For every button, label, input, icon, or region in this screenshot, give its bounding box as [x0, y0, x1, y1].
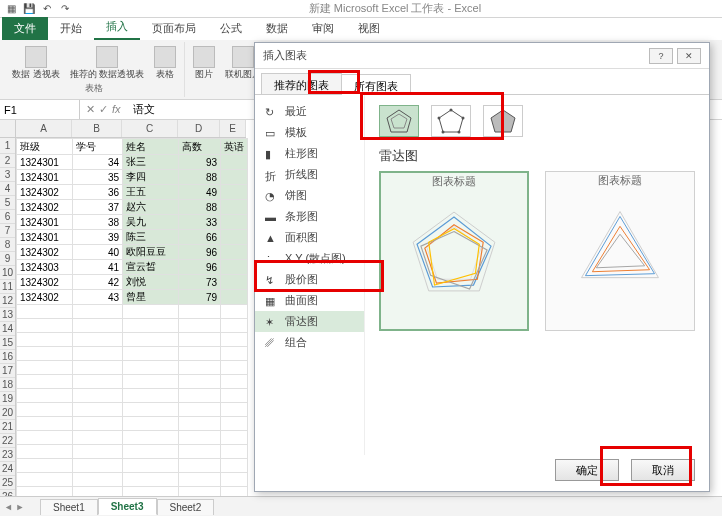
- cell[interactable]: 39: [73, 230, 123, 245]
- cell[interactable]: [123, 361, 179, 375]
- table-row[interactable]: [17, 319, 248, 333]
- cell[interactable]: [123, 333, 179, 347]
- chart-preview-2[interactable]: 图表标题: [545, 171, 695, 331]
- cell[interactable]: [221, 375, 248, 389]
- cell[interactable]: [123, 445, 179, 459]
- cell[interactable]: [221, 417, 248, 431]
- cell[interactable]: [221, 319, 248, 333]
- sheet-tab[interactable]: Sheet1: [40, 499, 98, 515]
- cell[interactable]: [221, 290, 248, 305]
- table-row[interactable]: 132430243曾星79: [17, 290, 248, 305]
- cell[interactable]: [73, 403, 123, 417]
- table-row[interactable]: 132430138吴九33: [17, 215, 248, 230]
- cell[interactable]: [73, 361, 123, 375]
- ok-button[interactable]: 确定: [555, 459, 619, 481]
- cell[interactable]: [17, 319, 73, 333]
- cell[interactable]: [17, 417, 73, 431]
- file-tab[interactable]: 文件: [2, 17, 48, 40]
- cell[interactable]: 英语: [221, 139, 248, 155]
- cell[interactable]: [221, 403, 248, 417]
- cell[interactable]: 43: [73, 290, 123, 305]
- table-row[interactable]: [17, 347, 248, 361]
- row-header[interactable]: 4: [0, 182, 15, 196]
- cell[interactable]: 1324301: [17, 170, 73, 185]
- cell[interactable]: 欧阳豆豆: [123, 245, 179, 260]
- cell[interactable]: 38: [73, 215, 123, 230]
- cell[interactable]: [179, 333, 221, 347]
- tab-recommended[interactable]: 推荐的图表: [261, 73, 342, 94]
- cell[interactable]: [123, 305, 179, 319]
- accept-formula-icon[interactable]: ✓: [99, 103, 108, 116]
- category-radar[interactable]: ✶雷达图: [255, 311, 364, 332]
- cell[interactable]: 36: [73, 185, 123, 200]
- cell[interactable]: 1324302: [17, 185, 73, 200]
- cell[interactable]: 88: [179, 200, 221, 215]
- cell[interactable]: [17, 347, 73, 361]
- row-header[interactable]: 19: [0, 392, 15, 406]
- table-row[interactable]: 132430236王五49: [17, 185, 248, 200]
- cell[interactable]: [17, 473, 73, 487]
- sheet-tab[interactable]: Sheet2: [157, 499, 215, 515]
- cell[interactable]: [123, 319, 179, 333]
- cell[interactable]: [221, 215, 248, 230]
- row-header[interactable]: 17: [0, 364, 15, 378]
- row-header[interactable]: 15: [0, 336, 15, 350]
- rec-pivot-button[interactable]: 推荐的 数据透视表: [68, 44, 147, 82]
- cell[interactable]: [123, 459, 179, 473]
- cell[interactable]: [123, 389, 179, 403]
- column-headers[interactable]: A B C D E: [16, 120, 246, 138]
- row-header[interactable]: 14: [0, 322, 15, 336]
- table-row[interactable]: 132430240欧阳豆豆96: [17, 245, 248, 260]
- cell[interactable]: [123, 473, 179, 487]
- cell[interactable]: [73, 375, 123, 389]
- select-all-corner[interactable]: [0, 120, 16, 138]
- cell[interactable]: [179, 319, 221, 333]
- cell[interactable]: [73, 431, 123, 445]
- cell[interactable]: [179, 375, 221, 389]
- category-recent[interactable]: ↻最近: [255, 101, 364, 122]
- cell[interactable]: [73, 473, 123, 487]
- row-header[interactable]: 16: [0, 350, 15, 364]
- cell[interactable]: [221, 459, 248, 473]
- cell[interactable]: [221, 347, 248, 361]
- row-header[interactable]: 8: [0, 238, 15, 252]
- cell[interactable]: 张三: [123, 155, 179, 170]
- cell[interactable]: 陈三: [123, 230, 179, 245]
- cell[interactable]: [123, 375, 179, 389]
- table-row[interactable]: [17, 375, 248, 389]
- category-line[interactable]: 折折线图: [255, 164, 364, 185]
- cell[interactable]: [73, 333, 123, 347]
- row-header[interactable]: 7: [0, 224, 15, 238]
- tab-home[interactable]: 开始: [48, 17, 94, 40]
- help-icon[interactable]: ?: [649, 48, 673, 64]
- category-area[interactable]: ▲面积图: [255, 227, 364, 248]
- cell[interactable]: [179, 417, 221, 431]
- cell[interactable]: [179, 305, 221, 319]
- row-headers[interactable]: 1234567891011121314151617181920212223242…: [0, 138, 16, 515]
- cell[interactable]: 37: [73, 200, 123, 215]
- row-header[interactable]: 25: [0, 476, 15, 490]
- cell[interactable]: [179, 389, 221, 403]
- cell[interactable]: [221, 473, 248, 487]
- cancel-button[interactable]: 取消: [631, 459, 695, 481]
- cell[interactable]: [221, 275, 248, 290]
- category-pie[interactable]: ◔饼图: [255, 185, 364, 206]
- cell[interactable]: 吴九: [123, 215, 179, 230]
- cell[interactable]: 40: [73, 245, 123, 260]
- fx-icon[interactable]: fx: [112, 103, 121, 116]
- cell[interactable]: 1324301: [17, 155, 73, 170]
- table-row[interactable]: [17, 445, 248, 459]
- picture-button[interactable]: 图片: [191, 44, 217, 82]
- cell[interactable]: 王五: [123, 185, 179, 200]
- cell[interactable]: 1324302: [17, 245, 73, 260]
- tab-layout[interactable]: 页面布局: [140, 17, 208, 40]
- table-row[interactable]: 132430134张三93: [17, 155, 248, 170]
- cell[interactable]: 66: [179, 230, 221, 245]
- radar-subtype-3[interactable]: [483, 105, 523, 137]
- cell[interactable]: 学号: [73, 139, 123, 155]
- row-header[interactable]: 3: [0, 168, 15, 182]
- cell[interactable]: 35: [73, 170, 123, 185]
- cell[interactable]: [179, 347, 221, 361]
- cell[interactable]: [179, 361, 221, 375]
- cell[interactable]: [17, 375, 73, 389]
